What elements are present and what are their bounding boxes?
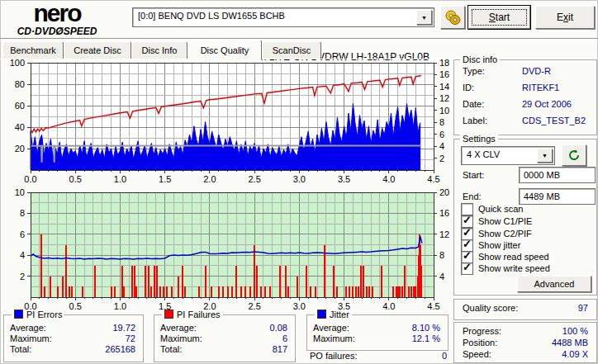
- quality-chart: 20406080100246810121416180.00.51.01.52.0…: [0, 51, 450, 188]
- pi-errors-legend-icon: [14, 310, 23, 319]
- tab-benchmark[interactable]: Benchmark: [2, 41, 64, 59]
- pie-average-label: Average:: [10, 323, 46, 333]
- quality-score-label: Quality score:: [463, 303, 518, 313]
- logo-cdspeed: CD·DVDØSPEED: [3, 26, 111, 36]
- checkbox-show-c1-pie[interactable]: Show C1/PIE: [461, 215, 532, 227]
- tab-panel-edge: [0, 59, 598, 59]
- jitter-average-value: 8.10 %: [379, 323, 440, 333]
- progress-value: 100 %: [512, 326, 588, 336]
- jitter-maximum-label: Maximum:: [313, 333, 355, 343]
- pif-total-value: 817: [226, 344, 287, 354]
- svg-text:4.5: 4.5: [427, 301, 439, 311]
- svg-text:20: 20: [15, 144, 25, 154]
- refresh-button[interactable]: [562, 144, 586, 166]
- disc-info-title: Disc info: [460, 54, 500, 64]
- speed-select[interactable]: 4 X CLV ▼: [461, 146, 555, 165]
- app-logo: nero CD·DVDØSPEED: [3, 1, 111, 37]
- svg-text:1.0: 1.0: [114, 301, 126, 311]
- scan-start-label: Start:: [463, 170, 484, 180]
- jitter-maximum-value: 12.1 %: [379, 333, 440, 343]
- pif-average-value: 0.08: [226, 323, 287, 333]
- jitter-pif-chart: 246810481216200.00.51.01.52.02.53.03.54.…: [0, 187, 450, 313]
- drive-select-arrow-icon[interactable]: ▼: [416, 10, 432, 25]
- pi-errors-title: PI Errors: [12, 310, 64, 319]
- svg-text:12: 12: [439, 229, 449, 239]
- svg-text:6: 6: [439, 130, 444, 139]
- svg-text:16: 16: [439, 208, 449, 218]
- tab-scandisc[interactable]: ScanDisc: [262, 41, 321, 59]
- pie-total-label: Total:: [10, 344, 31, 354]
- logo-nero: nero: [3, 1, 111, 26]
- svg-text:3.0: 3.0: [293, 301, 306, 311]
- svg-text:60: 60: [15, 101, 25, 111]
- svg-text:20: 20: [439, 187, 449, 197]
- disc-id-label: ID:: [463, 83, 474, 92]
- svg-text:4.0: 4.0: [382, 174, 395, 184]
- disc-label-label: Label:: [463, 116, 487, 125]
- svg-text:2: 2: [439, 154, 444, 163]
- scan-start-field[interactable]: 0000 MB: [519, 167, 596, 183]
- svg-text:0.5: 0.5: [69, 301, 82, 311]
- disc-type-label: Type:: [463, 66, 485, 76]
- pie-maximum-value: 72: [74, 333, 135, 343]
- position-label: Position:: [463, 338, 497, 347]
- svg-text:1.0: 1.0: [114, 174, 126, 184]
- speed-select-value: 4 X CLV: [467, 149, 500, 159]
- advanced-button[interactable]: Advanced: [517, 276, 591, 292]
- svg-text:4: 4: [439, 141, 444, 151]
- exit-button[interactable]: Exit: [535, 6, 595, 29]
- svg-text:3.5: 3.5: [338, 174, 350, 184]
- show-write-speed-checkbox-icon[interactable]: [461, 262, 473, 275]
- pie-average-value: 19.72: [74, 323, 135, 333]
- svg-text:2.5: 2.5: [248, 301, 260, 311]
- disc-label-value: CDS_TEST_B2: [522, 116, 586, 125]
- svg-text:4.0: 4.0: [382, 301, 395, 311]
- svg-text:16: 16: [439, 69, 449, 79]
- svg-text:6: 6: [20, 229, 25, 239]
- checkbox-show-read-speed[interactable]: Show read speed: [461, 251, 549, 262]
- quality-score-value: 97: [529, 303, 588, 313]
- checkbox-show-write-speed[interactable]: Show write speed: [461, 262, 550, 274]
- eject-button[interactable]: [440, 6, 465, 29]
- svg-text:80: 80: [15, 79, 25, 89]
- refresh-icon: [567, 149, 581, 162]
- pi-failures-legend-icon: [164, 310, 173, 319]
- svg-text:14: 14: [439, 82, 449, 92]
- disc-date-value: 29 Oct 2006: [522, 99, 572, 109]
- pi-failures-title: PI Failures: [162, 310, 223, 319]
- svg-text:12: 12: [439, 93, 449, 103]
- scan-end-label: End:: [463, 191, 482, 201]
- jitter-average-label: Average:: [313, 323, 349, 333]
- pie-total-value: 265168: [74, 344, 135, 354]
- svg-text:3.0: 3.0: [293, 174, 306, 184]
- po-failures-label: PO failures:: [310, 351, 357, 361]
- disc-id-value: RITEKF1: [522, 83, 559, 92]
- pif-maximum-label: Maximum:: [160, 333, 202, 343]
- svg-text:10: 10: [15, 187, 25, 197]
- svg-text:2.0: 2.0: [203, 174, 216, 184]
- svg-text:40: 40: [15, 122, 25, 132]
- disc-type-value: DVD-R: [522, 66, 551, 76]
- pif-maximum-value: 6: [226, 333, 287, 343]
- start-button[interactable]: Start: [468, 6, 530, 29]
- tab-disc-quality[interactable]: Disc Quality: [187, 40, 262, 60]
- tab-create-disc[interactable]: Create Disc: [64, 41, 131, 59]
- po-failures-value: 0: [379, 351, 447, 361]
- speed-select-arrow-icon[interactable]: ▼: [537, 149, 553, 163]
- svg-text:0.0: 0.0: [24, 174, 36, 184]
- disc-icon: Ø: [55, 26, 63, 37]
- drive-select[interactable]: [0:0] BENQ DVD LS DW1655 BCHB ▼: [132, 7, 434, 27]
- svg-text:8: 8: [439, 250, 444, 260]
- speed-value: 4.09 X: [512, 349, 588, 359]
- svg-text:0.5: 0.5: [69, 174, 82, 184]
- start-button-focus: [472, 9, 527, 26]
- tab-disc-info[interactable]: Disc Info: [131, 41, 187, 59]
- speed-label: Speed:: [463, 349, 491, 359]
- pif-average-label: Average:: [160, 323, 197, 333]
- svg-text:4: 4: [439, 272, 444, 281]
- svg-text:8: 8: [20, 208, 25, 218]
- jitter-title: Jitter: [315, 310, 352, 319]
- pie-maximum-label: Maximum:: [10, 333, 52, 343]
- scan-end-field[interactable]: 4489 MB: [519, 188, 596, 205]
- position-value: 4488 MB: [512, 338, 588, 347]
